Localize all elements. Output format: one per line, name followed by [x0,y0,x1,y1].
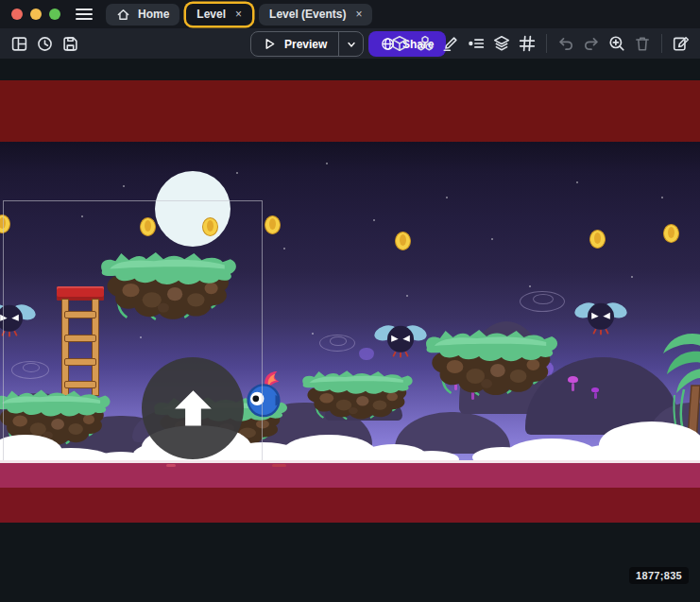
touch-up-arrow-button[interactable] [142,357,244,459]
close-tab-icon[interactable]: × [235,8,242,21]
coin-sprite[interactable] [589,230,606,249]
star [491,238,493,240]
star [326,163,328,164]
tab-label: Level [196,8,226,21]
object-groups-icon[interactable] [414,32,436,55]
redo-icon[interactable] [580,32,603,55]
tab-bar: Home Level × Level (Events) × [0,0,700,28]
ufo-outline-decoration [520,291,565,312]
preview-button-group: Preview [250,31,364,57]
tab-strip: Home Level × Level (Events) × [106,4,372,26]
scene-canvas[interactable] [0,0,700,602]
glow-mushroom [359,348,374,360]
close-window-button[interactable] [11,9,23,20]
star [529,285,531,287]
toolbar-left-group [8,32,81,55]
save-icon[interactable] [59,32,81,55]
object-cube-icon[interactable] [388,32,411,55]
toolbar-divider [661,34,662,53]
scene-properties-icon[interactable] [670,32,692,55]
up-arrow-icon [162,377,225,440]
layers-icon[interactable] [490,32,513,55]
edit-icon[interactable] [439,32,462,55]
star [236,172,238,174]
glow-mushroom [568,376,578,391]
floating-island-platform[interactable] [421,327,561,401]
play-icon [263,37,277,51]
minimize-window-button[interactable] [30,9,42,20]
star [446,197,448,198]
tab-level-events[interactable]: Level (Events) × [259,4,372,26]
star [283,248,285,249]
history-icon[interactable] [33,32,56,55]
coin-sprite[interactable] [663,224,679,243]
floating-island-platform[interactable] [299,369,416,423]
close-tab-icon[interactable]: × [355,8,362,21]
chevron-down-icon [346,39,357,50]
zoom-window-button[interactable] [49,9,60,20]
star [373,219,375,221]
glow-mushroom [591,387,599,399]
gdevelop-editor-window: Home Level × Level (Events) × [0,0,700,602]
grid-icon[interactable] [516,32,538,55]
cursor-coordinates-badge: 1877;835 [629,567,689,584]
ground-magenta-band [0,463,700,488]
trash-icon[interactable] [631,32,654,55]
zoom-in-icon[interactable] [606,32,628,55]
preview-button[interactable]: Preview [251,32,338,56]
level-background-red-band [0,80,700,142]
coin-sprite[interactable] [395,232,411,250]
ufo-outline-decoration [319,335,355,352]
window-controls [11,9,60,20]
tab-label: Level (Events) [269,8,346,21]
preview-options-button[interactable] [338,32,363,56]
tab-label: Home [138,8,169,21]
star [631,276,633,278]
toolbar: Preview Share [0,28,700,59]
menu-icon[interactable] [76,9,93,20]
tab-home[interactable]: Home [106,4,179,26]
panels-icon[interactable] [8,32,30,55]
tab-level[interactable]: Level × [186,4,252,26]
star [406,295,408,297]
fly-enemy-sprite[interactable] [574,293,627,336]
fly-enemy-sprite[interactable] [374,316,427,359]
ground-dark-red-band [0,488,700,523]
star [312,333,314,335]
home-icon [116,8,130,22]
toolbar-right-group [388,32,692,55]
instances-list-icon[interactable] [465,32,487,55]
undo-icon[interactable] [555,32,577,55]
ground-mark [272,464,286,467]
star [576,181,578,183]
star [661,197,663,198]
toolbar-divider [546,34,547,53]
preview-label: Preview [284,38,327,51]
coin-sprite[interactable] [265,215,281,234]
ground-mark [166,464,176,467]
star [123,185,125,187]
